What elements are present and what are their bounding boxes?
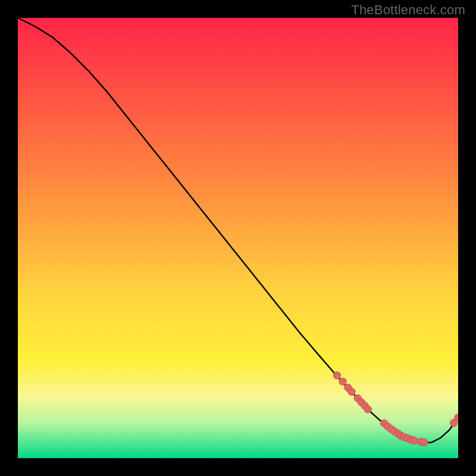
watermark-text: TheBottleneck.com (351, 2, 465, 18)
gradient-background (18, 18, 458, 458)
data-marker (339, 378, 346, 385)
data-marker (411, 437, 418, 444)
data-marker (421, 439, 428, 446)
bottleneck-chart (18, 18, 458, 458)
data-marker (364, 406, 371, 413)
data-marker (333, 372, 340, 379)
plot-area (18, 18, 458, 458)
data-marker (348, 388, 355, 395)
chart-stage: TheBottleneck.com (0, 0, 476, 476)
